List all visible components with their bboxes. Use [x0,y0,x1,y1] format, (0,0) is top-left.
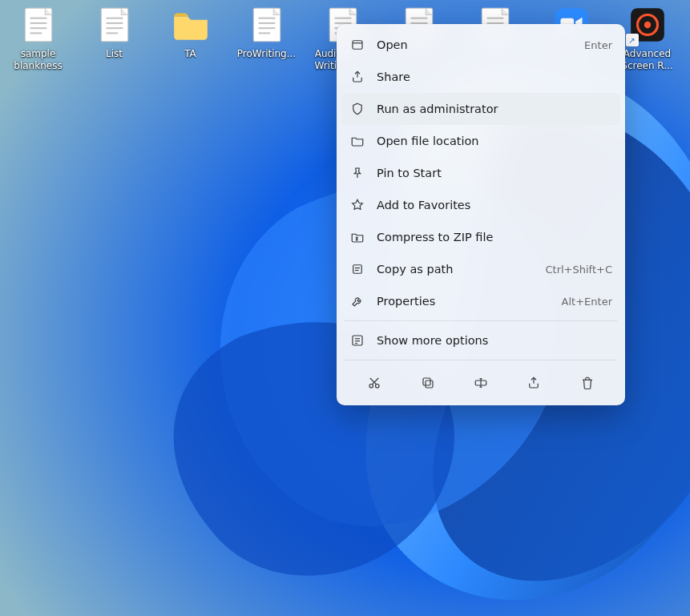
text-icon [18,5,59,45]
svg-rect-111 [353,265,362,274]
zip-icon [349,229,365,245]
context-menu-item-zip[interactable]: Compress to ZIP file [341,221,620,253]
svg-rect-105 [353,41,362,50]
desktop-icon[interactable]: New Text Document [685,2,690,98]
context-menu-item-shield[interactable]: Run as administrator [341,93,620,125]
context-menu-item-wrench[interactable]: PropertiesAlt+Enter [341,285,620,317]
text-icon [95,5,135,45]
context-menu-action-cut[interactable] [361,370,387,396]
context-menu-item-pin[interactable]: Pin to Start [341,157,620,189]
context-menu-item-label: Compress to ZIP file [377,231,612,244]
more-icon [349,332,365,348]
desktop-icon[interactable]: List [76,2,152,98]
context-menu-item-label: Copy as path [377,263,545,276]
star-icon [349,197,365,213]
asr-icon: ↗ [627,5,668,45]
desktop-icon-label: New Text Document [688,48,691,72]
context-menu-item-shortcut: Alt+Enter [562,296,612,308]
desktop-icon-label: TA [184,48,196,60]
context-menu-item-label: Open file location [377,135,612,147]
context-menu-item-label: Add to Favorites [377,199,612,211]
desktop-icon-label: List [106,48,123,60]
text-icon [247,5,287,45]
context-menu-item-share[interactable]: Share [341,61,620,93]
wrench-icon [349,293,365,309]
context-menu-item-label: Properties [377,295,562,308]
context-menu-item-star[interactable]: Add to Favorites [341,189,620,221]
open-icon [349,37,365,53]
desktop-icon[interactable]: TA [152,2,228,98]
context-menu-item-label: Open [377,38,584,51]
context-menu-show-more[interactable]: Show more options [341,324,620,356]
folder-icon [349,133,365,149]
context-menu-item-label: Pin to Start [377,167,612,179]
copypath-icon [349,261,365,277]
context-menu-item-copypath[interactable]: Copy as pathCtrl+Shift+C [341,253,620,285]
shield-icon [349,101,365,117]
desktop-icon[interactable]: sample blankness [0,2,76,98]
svg-point-35 [644,22,650,28]
context-menu-action-rename[interactable] [468,370,494,396]
share-icon [349,69,365,85]
context-menu-action-delete[interactable] [575,370,600,396]
context-menu-item-label: Share [377,70,612,83]
context-menu-action-row [341,364,620,401]
context-menu-item-shortcut: Ctrl+Shift+C [545,264,612,276]
context-menu-item-label: Run as administrator [377,103,612,115]
context-menu-action-share2[interactable] [521,370,547,396]
desktop-icon[interactable]: ProWriting... [228,2,305,98]
pin-icon [349,165,365,181]
context-menu-separator [345,360,617,360]
desktop-icon-label: sample blankness [2,48,75,72]
context-menu: OpenEnterShareRun as administratorOpen f… [337,24,625,405]
folder-icon [171,5,211,45]
desktop-icon-label: ProWriting... [237,48,296,60]
svg-rect-122 [426,380,433,388]
shortcut-arrow-icon: ↗ [626,34,639,46]
context-menu-item-label: Show more options [377,334,612,347]
context-menu-item-folder[interactable]: Open file location [341,125,620,157]
context-menu-action-copy[interactable] [415,370,441,396]
svg-rect-123 [423,378,430,385]
context-menu-separator [345,320,617,321]
context-menu-item-open[interactable]: OpenEnter [341,29,620,61]
context-menu-item-shortcut: Enter [584,39,612,51]
